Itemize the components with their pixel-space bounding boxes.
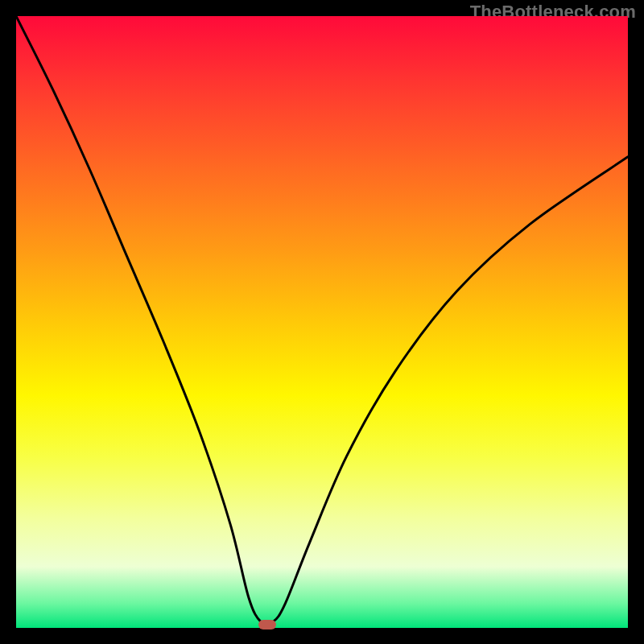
plot-area — [16, 16, 628, 628]
curve-svg — [16, 16, 628, 628]
bottleneck-curve-path — [16, 16, 628, 625]
bottleneck-marker — [258, 620, 276, 630]
chart-frame: TheBottleneck.com — [0, 0, 644, 644]
